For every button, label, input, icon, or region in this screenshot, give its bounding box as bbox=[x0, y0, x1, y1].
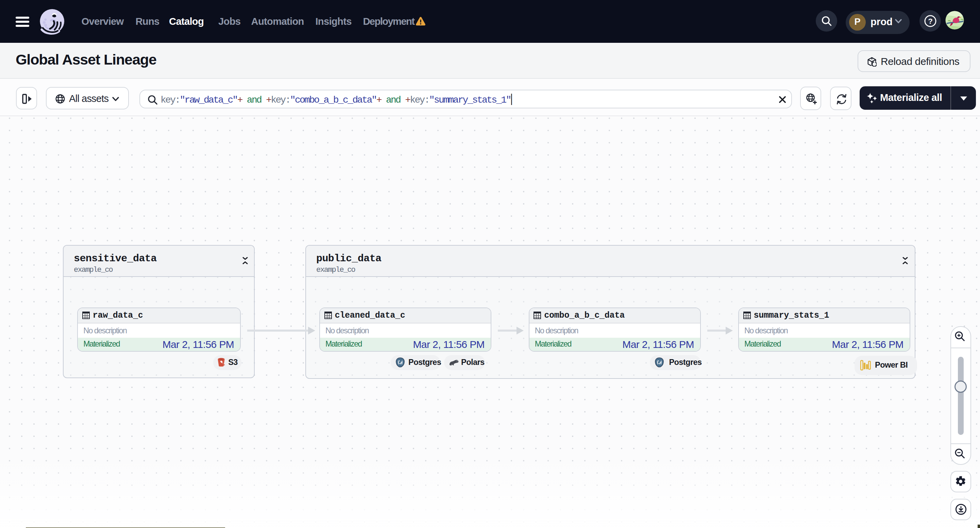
svg-text:?: ? bbox=[928, 17, 933, 25]
